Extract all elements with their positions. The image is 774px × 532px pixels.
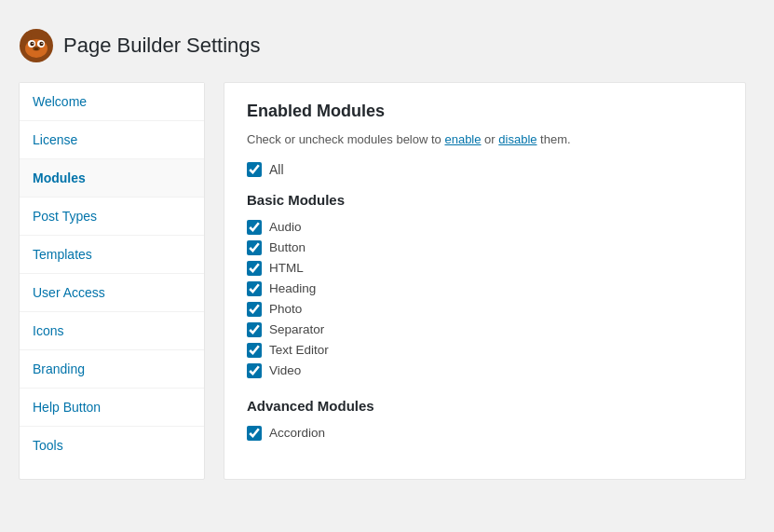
module-item-accordion: Accordion: [247, 423, 723, 443]
module-label-accordion[interactable]: Accordion: [269, 426, 325, 440]
module-label-html[interactable]: HTML: [269, 261, 304, 275]
advanced-modules-title: Advanced Modules: [247, 398, 723, 414]
module-item-button: Button: [247, 238, 723, 258]
svg-point-11: [34, 48, 39, 50]
section-desc: Check or uncheck modules below to enable…: [247, 130, 723, 149]
module-label-heading[interactable]: Heading: [269, 281, 316, 295]
sidebar-item-help-button[interactable]: Help Button: [20, 389, 204, 427]
app-logo: [19, 28, 54, 63]
basic-modules-list: AudioButtonHTMLHeadingPhotoSeparatorText…: [247, 217, 723, 381]
svg-point-4: [30, 42, 34, 46]
enable-link[interactable]: enable: [444, 132, 481, 146]
module-item-photo: Photo: [247, 299, 723, 320]
sidebar-item-branding[interactable]: Branding: [20, 350, 204, 389]
sidebar-item-post-types[interactable]: Post Types: [20, 198, 204, 236]
module-label-text-editor[interactable]: Text Editor: [269, 343, 329, 357]
sidebar-item-templates[interactable]: Templates: [20, 236, 204, 274]
module-item-text-editor: Text Editor: [247, 340, 723, 361]
module-checkbox-accordion[interactable]: [247, 426, 262, 441]
module-item-separator: Separator: [247, 320, 723, 340]
sidebar-item-welcome[interactable]: Welcome: [20, 83, 204, 121]
section-desc-mid: or: [482, 132, 499, 146]
module-label-separator[interactable]: Separator: [269, 322, 324, 336]
module-item-video: Video: [247, 361, 723, 381]
all-checkbox[interactable]: [247, 162, 262, 177]
advanced-modules-list: Accordion: [247, 423, 723, 443]
section-title: Enabled Modules: [247, 102, 723, 121]
module-checkbox-audio[interactable]: [247, 220, 262, 235]
module-checkbox-photo[interactable]: [247, 302, 262, 317]
svg-point-7: [41, 43, 42, 44]
sidebar-item-tools[interactable]: Tools: [20, 427, 204, 464]
module-label-photo[interactable]: Photo: [269, 302, 302, 316]
sidebar: WelcomeLicenseModulesPost TypesTemplates…: [19, 82, 205, 480]
all-label[interactable]: All: [269, 162, 284, 177]
module-label-audio[interactable]: Audio: [269, 220, 302, 234]
page-wrap: Page Builder Settings WelcomeLicenseModu…: [0, 0, 774, 532]
section-desc-pre: Check or uncheck modules below to: [247, 132, 444, 146]
svg-point-6: [32, 43, 33, 44]
module-label-video[interactable]: Video: [269, 363, 301, 377]
module-item-html: HTML: [247, 258, 723, 279]
module-item-heading: Heading: [247, 279, 723, 299]
section-desc-post: them.: [537, 132, 571, 146]
sidebar-item-icons[interactable]: Icons: [20, 312, 204, 350]
disable-link[interactable]: disable: [498, 132, 536, 146]
header: Page Builder Settings: [0, 19, 755, 82]
module-checkbox-text-editor[interactable]: [247, 343, 262, 358]
module-label-button[interactable]: Button: [269, 240, 306, 254]
page-title: Page Builder Settings: [63, 34, 261, 58]
module-checkbox-heading[interactable]: [247, 281, 262, 296]
content-area: WelcomeLicenseModulesPost TypesTemplates…: [0, 82, 755, 480]
sidebar-item-license[interactable]: License: [20, 121, 204, 159]
main-content: Enabled Modules Check or uncheck modules…: [224, 82, 746, 480]
module-item-audio: Audio: [247, 217, 723, 238]
sidebar-item-modules[interactable]: Modules: [20, 159, 204, 198]
module-checkbox-video[interactable]: [247, 363, 262, 378]
module-checkbox-button[interactable]: [247, 240, 262, 255]
module-checkbox-separator[interactable]: [247, 322, 262, 337]
module-checkbox-html[interactable]: [247, 261, 262, 276]
svg-point-5: [39, 42, 43, 46]
all-checkbox-row: All: [247, 162, 723, 177]
svg-point-8: [24, 32, 32, 41]
basic-modules-title: Basic Modules: [247, 192, 723, 208]
sidebar-item-user-access[interactable]: User Access: [20, 274, 204, 312]
svg-point-9: [41, 32, 48, 41]
